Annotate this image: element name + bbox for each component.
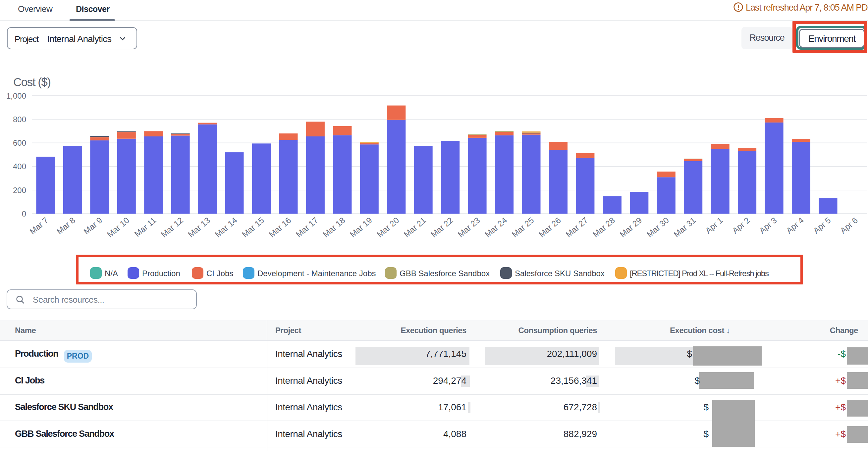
svg-text:Mar 31: Mar 31 xyxy=(672,215,698,239)
svg-text:Apr 5: Apr 5 xyxy=(811,215,833,235)
svg-text:Mar 16: Mar 16 xyxy=(267,215,293,239)
svg-text:Apr 6: Apr 6 xyxy=(838,215,859,235)
svg-text:Apr 2: Apr 2 xyxy=(731,215,752,235)
svg-text:Mar 22: Mar 22 xyxy=(429,215,455,239)
svg-text:Mar 14: Mar 14 xyxy=(213,215,239,239)
svg-text:Mar 15: Mar 15 xyxy=(240,215,266,239)
svg-text:Mar 20: Mar 20 xyxy=(375,215,401,239)
svg-text:Mar 23: Mar 23 xyxy=(456,215,482,239)
svg-text:0: 0 xyxy=(22,209,26,218)
svg-text:Mar 19: Mar 19 xyxy=(348,215,374,239)
svg-text:Apr 1: Apr 1 xyxy=(703,215,724,235)
svg-text:200: 200 xyxy=(13,186,26,195)
svg-text:Mar 7: Mar 7 xyxy=(28,215,50,236)
svg-text:Mar 8: Mar 8 xyxy=(55,215,77,236)
svg-text:Apr 4: Apr 4 xyxy=(784,215,805,235)
svg-text:Mar 29: Mar 29 xyxy=(618,215,644,239)
svg-text:800: 800 xyxy=(13,115,26,124)
svg-text:Mar 10: Mar 10 xyxy=(105,215,131,239)
svg-text:Mar 26: Mar 26 xyxy=(537,215,563,239)
svg-text:Mar 21: Mar 21 xyxy=(402,215,428,239)
svg-text:600: 600 xyxy=(13,138,26,147)
svg-text:400: 400 xyxy=(13,162,26,171)
svg-text:1,000: 1,000 xyxy=(6,91,26,100)
svg-text:Mar 27: Mar 27 xyxy=(564,215,590,239)
svg-text:Mar 9: Mar 9 xyxy=(82,215,104,236)
svg-text:Mar 12: Mar 12 xyxy=(159,215,185,239)
svg-text:Mar 28: Mar 28 xyxy=(591,215,617,239)
svg-text:Mar 24: Mar 24 xyxy=(483,215,509,239)
svg-text:Mar 30: Mar 30 xyxy=(645,215,671,239)
svg-text:Mar 13: Mar 13 xyxy=(186,215,212,239)
svg-text:Mar 25: Mar 25 xyxy=(510,215,536,239)
svg-text:Mar 11: Mar 11 xyxy=(132,215,158,238)
svg-text:Mar 18: Mar 18 xyxy=(321,215,347,239)
svg-text:Cost ($): Cost ($) xyxy=(13,75,50,88)
svg-text:Apr 3: Apr 3 xyxy=(757,215,779,235)
svg-text:Mar 17: Mar 17 xyxy=(294,215,320,239)
